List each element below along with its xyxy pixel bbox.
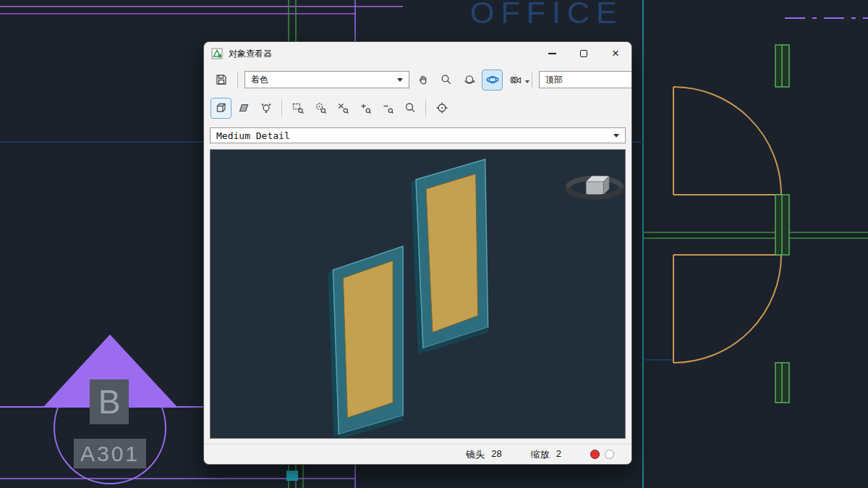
zoom-all-icon[interactable] — [400, 98, 420, 118]
view-direction-value: 顶部 — [545, 74, 563, 86]
section-marker-letter: B — [90, 379, 129, 424]
constrained-orbit-icon[interactable] — [482, 70, 502, 90]
cad-application-canvas: OFFICE B A301 对象查看器 × 着色 — [0, 0, 868, 488]
door-jambs — [775, 45, 789, 403]
shaded-face-icon[interactable] — [234, 98, 253, 118]
chevron-down-icon — [613, 134, 619, 138]
lens-label: 镜头 — [466, 448, 485, 461]
close-button[interactable]: × — [600, 42, 631, 65]
object-viewer-icon — [211, 48, 223, 59]
view-direction-select[interactable]: 顶部 — [539, 71, 632, 88]
door-symbols — [673, 87, 781, 363]
wireframe-box-icon[interactable] — [211, 98, 231, 118]
zoom-window-icon[interactable] — [288, 98, 307, 118]
detail-level-value: Medium Detail — [216, 130, 290, 141]
minimize-button[interactable] — [536, 42, 568, 65]
red-indicator[interactable] — [590, 450, 600, 459]
swivel-camera-icon[interactable] — [506, 70, 525, 90]
minimize-icon — [548, 53, 556, 54]
viewer-toolbar-view — [204, 94, 631, 122]
orbit-gizmo-icon[interactable] — [568, 176, 621, 197]
maximize-button[interactable] — [568, 42, 600, 65]
status-indicators — [590, 450, 614, 459]
zoom-realtime-icon[interactable] — [436, 70, 456, 90]
door-panel-right — [411, 159, 488, 354]
white-indicator[interactable] — [605, 450, 614, 459]
viewer-viewport[interactable] — [210, 149, 626, 439]
viewer-toolbar-main: 着色 顶部 — [204, 65, 631, 94]
visual-style-value: 着色 — [251, 74, 268, 86]
zoom-center-icon[interactable] — [310, 98, 330, 118]
save-icon[interactable] — [211, 70, 231, 90]
detail-level-select[interactable]: Medium Detail — [210, 127, 626, 143]
toolbar-separator — [237, 72, 238, 88]
titlebar[interactable]: 对象查看器 × — [204, 42, 631, 65]
visual-style-icon[interactable] — [256, 98, 276, 118]
orbit-icon[interactable] — [459, 70, 479, 90]
toolbar-separator — [425, 100, 426, 116]
section-marker-code: A301 — [74, 439, 146, 468]
maximize-icon — [580, 50, 587, 57]
zoom-label: 缩放 — [531, 448, 550, 461]
lens-status: 镜头 28 — [466, 448, 501, 461]
toolbar-separator — [532, 72, 532, 88]
zoom-status: 缩放 2 — [531, 448, 561, 461]
viewport-3d-content — [210, 150, 625, 438]
zoom-out-icon[interactable] — [378, 98, 397, 118]
center-target-icon[interactable] — [432, 98, 451, 118]
room-label: OFFICE — [470, 0, 624, 30]
visual-style-select[interactable]: 着色 — [244, 71, 409, 88]
object-viewer-window: 对象查看器 × 着色 — [203, 41, 632, 465]
lens-value: 28 — [491, 448, 501, 461]
zoom-object-icon[interactable] — [333, 98, 352, 118]
chevron-down-icon — [525, 80, 529, 83]
zoom-value: 2 — [556, 448, 561, 461]
pan-icon[interactable] — [413, 70, 433, 90]
window-title: 对象查看器 — [229, 48, 272, 60]
door-panel-left — [328, 246, 403, 438]
zoom-in-icon[interactable] — [355, 98, 375, 118]
toolbar-separator — [281, 100, 282, 116]
chevron-down-icon — [397, 78, 403, 82]
viewer-statusbar: 镜头 28 缩放 2 — [204, 444, 631, 464]
